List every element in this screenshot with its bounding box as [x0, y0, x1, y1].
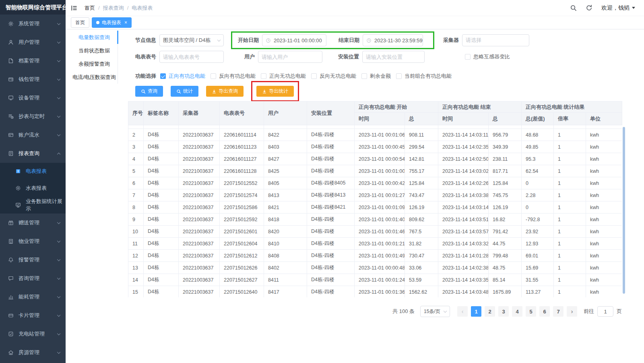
meter-no-input[interactable]	[163, 54, 220, 60]
table-cell: 2023-11-14 14:03:48	[438, 286, 489, 298]
function-checkbox[interactable]: 正向有功总电能	[160, 73, 205, 80]
function-checkbox[interactable]: 反向有功总电能	[211, 73, 256, 80]
export-query-button[interactable]: 导出查询	[206, 86, 244, 97]
sidebar-item[interactable]: 卡片管理	[0, 306, 66, 325]
search-icon[interactable]	[570, 4, 577, 11]
table-row[interactable]: 10D4栋202210036372207150126018420D4栋-四楼20…	[128, 226, 622, 238]
sidebar-item[interactable]: 报警管理	[0, 251, 66, 269]
breadcrumb-item[interactable]: 首页	[85, 4, 95, 12]
function-checkbox[interactable]: 当前组合有功总电能	[396, 73, 452, 80]
sidebar-item-label: 钱包管理	[19, 76, 58, 83]
sidebar-item[interactable]: 账户流水	[0, 126, 66, 144]
ignore-ct-checkbox[interactable]: 忽略互感器变比	[465, 53, 510, 60]
sidebar-subitem[interactable]: 电表报表	[0, 163, 66, 180]
table-row[interactable]: 3D4栋202210036372206160111238403D4栋-四楼202…	[128, 141, 622, 153]
tab-home[interactable]: 首页	[71, 17, 89, 28]
table-row[interactable]: 9D4栋202210036372207150125928418D4栋-四楼202…	[128, 214, 622, 226]
table-cell: 62.54	[522, 165, 554, 177]
page-button[interactable]: 7	[553, 306, 564, 317]
table-row[interactable]: 1D4栋202210036372206160111078426D4栋-四楼202…	[128, 125, 622, 129]
table-cell: 48.61	[405, 125, 438, 129]
sidebar-item[interactable]: 用户管理	[0, 33, 66, 52]
table-cell: D4栋	[144, 153, 179, 165]
table-cell: D4栋	[144, 177, 179, 189]
sidebar-item[interactable]: 充电站管理	[0, 325, 66, 343]
prev-page-button[interactable]: ‹	[457, 306, 468, 317]
export-stat-button[interactable]: 导出统计	[256, 86, 294, 97]
start-date-input[interactable]: 2023-11-01 00:00:00	[262, 34, 326, 46]
table-cell: 2023-11-14 14:02:35	[438, 141, 489, 153]
table-row[interactable]: 13D4栋202210036372207150126268402D4栋-四楼20…	[128, 262, 622, 274]
node-info-select[interactable]: 图灵城市空间 / D4栋	[159, 34, 224, 46]
sidebar-item[interactable]: 钱包管理	[0, 70, 66, 89]
goto-page-input[interactable]	[597, 306, 613, 317]
table-cell: 2023-11-01 00:00:57	[355, 125, 405, 129]
sidebar-item[interactable]: 能耗管理	[0, 288, 66, 306]
tab-close-icon[interactable]: ×	[124, 20, 127, 25]
table-row[interactable]: 5D4栋202210036372206160111288425D4栋-四楼202…	[128, 165, 622, 177]
table-cell: 16.82	[489, 214, 522, 226]
breadcrumb-item[interactable]: 电表报表	[132, 4, 153, 12]
end-date-input[interactable]: 2023-11-30 23:59:59	[363, 34, 423, 46]
sidebar-item[interactable]: 赠送管理	[0, 214, 66, 232]
subnav-item[interactable]: 电量数据查询	[71, 31, 118, 44]
user-menu[interactable]: 欢迎，钱韬	[601, 4, 635, 12]
table-row[interactable]: 2D4栋202210036372206160111148422D4栋-四楼202…	[128, 129, 622, 141]
query-button[interactable]: 查询	[135, 86, 163, 97]
col-group-start: 正向有功总电能 开始	[355, 102, 438, 113]
page-button[interactable]: 3	[498, 306, 509, 317]
sidebar-subitem[interactable]: 水表报表	[0, 180, 66, 197]
next-page-button[interactable]: ›	[567, 306, 577, 317]
table-cell: 4	[128, 153, 144, 165]
table-cell: D4栋	[144, 189, 179, 201]
stat-button[interactable]: 统计	[171, 86, 198, 97]
table-cell: 95.3	[522, 153, 554, 165]
subnav-item[interactable]: 电流/电压数据查询	[71, 71, 118, 84]
breadcrumb-separator: /	[127, 5, 129, 11]
subnav-item[interactable]: 当前状态数据	[71, 44, 118, 57]
sidebar-item[interactable]: 档案管理	[0, 52, 66, 70]
table-row[interactable]: 15D4栋202210036372207150126408417D4栋-四楼20…	[128, 286, 622, 298]
sidebar-item[interactable]: 物业管理	[0, 232, 66, 251]
table-row[interactable]: 6D4栋202210036372207150125528405D4栋-四楼840…	[128, 177, 622, 189]
page-button[interactable]: 5	[526, 306, 536, 317]
table-row[interactable]: 12D4栋202210036372207150126128408D4栋-四楼20…	[128, 250, 622, 262]
page-button[interactable]: 1	[471, 306, 481, 317]
sidebar-item[interactable]: 房源管理	[0, 343, 66, 362]
sidebar-item[interactable]: 设备管理	[0, 89, 66, 107]
action-buttons: 查询 统计 导出查询 导出统计	[135, 86, 299, 97]
sidebar-item[interactable]: 报表查询	[0, 144, 66, 163]
location-input[interactable]	[366, 54, 421, 60]
page-button[interactable]: 6	[539, 306, 550, 317]
table-cell: 2023-11-01 00:00:42	[355, 177, 405, 189]
refresh-icon[interactable]	[586, 4, 592, 11]
sidebar-subitem[interactable]: 业务数据统计展示	[0, 197, 66, 214]
function-checkbox[interactable]: 正向无功总电能	[261, 73, 306, 80]
sidebar-item[interactable]: 系统管理	[0, 15, 66, 33]
page-button[interactable]: 4	[512, 306, 522, 317]
table-row[interactable]: 8D4栋202210036372207150125868421D4栋-四楼842…	[128, 201, 622, 214]
function-checkbox[interactable]: 反向无功总电能	[311, 73, 356, 80]
breadcrumb-item[interactable]: 报表查询	[103, 4, 124, 12]
table-row[interactable]: 4D4栋202210036372206160111278427D4栋-四楼202…	[128, 153, 622, 165]
table-scrollbar[interactable]	[623, 127, 625, 294]
table-cell: 20221003637	[179, 274, 220, 286]
sidebar-item[interactable]: 抄表与定时	[0, 107, 66, 126]
subnav-item[interactable]: 余额报警查询	[71, 57, 118, 71]
page-size-select[interactable]: 15条/页	[420, 306, 450, 317]
sidebar-item[interactable]: 咨询管理	[0, 269, 66, 288]
collector-select[interactable]: 请选择	[462, 34, 529, 46]
node-info-field: 节点信息 图灵城市空间 / D4栋	[135, 34, 224, 46]
table-cell: 2023-11-14 14:03:32	[438, 238, 489, 250]
user-input[interactable]	[262, 54, 319, 60]
table-row[interactable]: 11D4栋202210036372207150126048410D4栋-四楼20…	[128, 238, 622, 250]
chevron-down-icon	[57, 276, 60, 279]
page-button[interactable]: 2	[485, 306, 495, 317]
tab-meter-report[interactable]: 电表报表 ×	[92, 17, 132, 28]
table-cell: 220616011114	[220, 129, 264, 141]
function-checkbox[interactable]: 剩余金额	[361, 73, 391, 80]
table-row[interactable]: 7D4栋202210036372207150125748413D4栋-四楼841…	[128, 189, 622, 201]
table-row[interactable]: 14D4栋202210036372207150126278411D4栋-四楼20…	[128, 274, 622, 286]
table-cell: 2023-11-01 00:01:46	[355, 226, 405, 238]
sidebar-collapse-icon[interactable]	[71, 5, 77, 11]
